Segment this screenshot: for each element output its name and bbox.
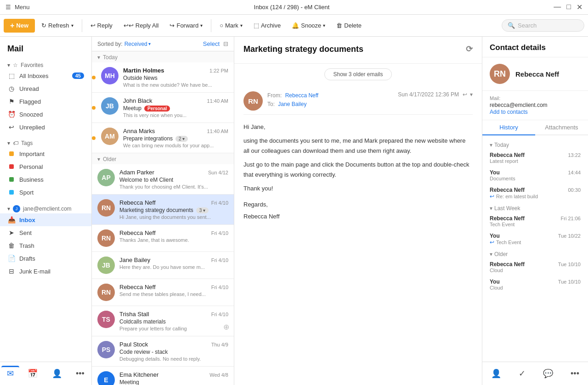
email-meta: Paul Stock Thu 4/9 Code review - stack D… <box>119 341 228 362</box>
history-item[interactable]: You 14:44 Documents <box>482 167 588 184</box>
contact-nav-chat-button[interactable]: 💬 <box>537 366 559 381</box>
nav-mail-button[interactable]: ✉ <box>1 366 19 381</box>
email-item[interactable]: RN Rebecca Neff Fri 4/10 Thanks Jane, th… <box>92 225 234 252</box>
email-sender: Rebecca Neff <box>119 199 156 206</box>
contact-avatar: RN <box>490 64 510 84</box>
reply-all-button[interactable]: ↩↩ Reply All <box>119 19 164 32</box>
tab-history[interactable]: History <box>482 120 535 135</box>
avatar: RN <box>97 284 115 301</box>
more-message-icon[interactable]: ▾ <box>470 91 473 98</box>
to-email-link[interactable]: Jane Bailey <box>278 101 306 107</box>
email-item[interactable]: E Ema Kitchener Wed 4/8 Meeting Thank yo… <box>92 367 234 385</box>
nav-contacts-button[interactable]: 👤 <box>46 366 68 381</box>
tags-header[interactable]: ▾ 🏷 Tags <box>0 137 91 147</box>
history-item[interactable]: Rebecca Neff Fri 21:06 Tech Event <box>482 212 588 230</box>
sidebar-item-unread[interactable]: ◷ Unread <box>0 82 91 95</box>
reply-message-icon[interactable]: ↩ <box>463 91 467 98</box>
sidebar-item-unreplied[interactable]: ↩ Unreplied <box>0 121 91 134</box>
email-item[interactable]: MH Martin Holmes 1:22 PM Outside News Wh… <box>92 62 234 93</box>
maximize-button[interactable]: □ <box>566 3 571 11</box>
unread-dot <box>92 76 96 79</box>
sidebar-item-snoozed[interactable]: ⏰ Snoozed <box>0 108 91 121</box>
add-to-contacts-link[interactable]: Add to contacts <box>490 109 528 115</box>
email-sender: Trisha Stall <box>119 311 149 318</box>
history-time: Fri 21:06 <box>561 216 581 221</box>
show-older-emails-button[interactable]: Show 3 older emails <box>324 68 391 80</box>
email-item[interactable]: RN Rebecca Neff Fri 4/10 Send me these t… <box>92 279 234 306</box>
mark-icon: ○ <box>220 22 223 29</box>
from-email-link[interactable]: Rebecca Neff <box>285 92 319 99</box>
new-button[interactable]: + New <box>4 19 35 33</box>
nav-more-button[interactable]: ••• <box>70 366 90 381</box>
window-title: Inbox (124 / 298) - eM Client <box>254 4 330 11</box>
minimize-button[interactable]: — <box>554 3 561 11</box>
sidebar-item-flagged[interactable]: ⚑ Flagged <box>0 95 91 108</box>
history-item[interactable]: Rebecca Neff 13:22 Latest report <box>482 149 588 167</box>
filter-icon[interactable]: ⊟ <box>223 40 228 47</box>
email-item[interactable]: AP Adam Parker Sun 4/12 Welcome to eM Cl… <box>92 164 234 195</box>
history-item[interactable]: Rebecca Neff 00:30 ↩ Re: em latest build <box>482 184 588 202</box>
history-item[interactable]: You Tue 10/10 Cloud <box>482 276 588 293</box>
sidebar-item-personal[interactable]: Personal <box>0 160 91 173</box>
email-list: Sorted by: Received ▾ Select ⊟ ▾ Today M… <box>92 37 234 385</box>
message-action-icons: ↩ ▾ <box>463 91 473 98</box>
avatar: E <box>97 371 115 385</box>
chevron-down-icon-account: ▾ <box>7 206 10 212</box>
history-item[interactable]: Rebecca Neff Tue 10/10 Cloud <box>482 258 588 276</box>
history-item[interactable]: You Tue 10/22 ↩ Tech Event <box>482 230 588 248</box>
email-item[interactable]: JB John Black 11:40 AM Meetup Personal T… <box>92 93 234 123</box>
contact-email-section: Mail: rebecca@emclient.com Add to contac… <box>482 91 588 120</box>
email-time: Fri 4/10 <box>211 200 228 206</box>
sidebar-item-inbox[interactable]: 📥 Inbox <box>0 213 91 226</box>
message-date: Sun 4/17/2022 12:36 PM ↩ ▾ <box>398 91 473 98</box>
archive-button[interactable]: ⬚ Archive <box>249 19 285 32</box>
sort-field[interactable]: Received ▾ <box>124 41 151 47</box>
count-badge: 2 ▾ <box>175 136 188 142</box>
snoozed-icon: ⏰ <box>7 111 16 118</box>
group-older: ▾ Older <box>92 153 234 164</box>
mark-button[interactable]: ○ Mark ▾ <box>215 19 247 32</box>
sidebar-item-all-inboxes[interactable]: ⬚ All Inboxes 45 <box>0 69 91 82</box>
email-item[interactable]: JB Jane Bailey Fri 4/10 Here they are. D… <box>92 252 234 279</box>
favorites-header[interactable]: ▾ ☆ Favorites <box>0 59 91 69</box>
contact-nav-person-button[interactable]: 👤 <box>486 366 507 381</box>
sidebar-item-trash[interactable]: 🗑 Trash <box>0 239 91 252</box>
forward-button[interactable]: ↪ Forward ▾ <box>165 19 207 32</box>
sidebar-item-sport[interactable]: Sport <box>0 186 91 199</box>
email-meta: Rebecca Neff Fri 4/10 Send me these tabl… <box>119 284 228 301</box>
delete-icon: 🗑 <box>336 22 342 29</box>
refresh-icon: ↻ <box>41 22 46 29</box>
forward-dropdown-icon: ▾ <box>200 23 203 28</box>
menu-label[interactable]: Menu <box>15 4 30 11</box>
email-top: Rebecca Neff Fri 4/10 <box>119 199 228 206</box>
reply-button[interactable]: ↩ Reply <box>86 19 117 32</box>
email-preview: Send me these tables please, I need... <box>119 291 228 297</box>
refresh-button[interactable]: ↻ Refresh ▾ <box>37 19 78 32</box>
delete-button[interactable]: 🗑 Delete <box>332 19 366 32</box>
sidebar-item-sent[interactable]: ➤ Sent <box>0 226 91 239</box>
email-item[interactable]: TS Trisha Stall Fri 4/10 Coldcalls mater… <box>92 306 234 336</box>
tab-attachments[interactable]: Attachments <box>535 120 588 135</box>
sort-label: Sorted by: Received ▾ <box>97 41 151 47</box>
email-item-selected[interactable]: RN Rebecca Neff Fri 4/10 Marketing strat… <box>92 195 234 225</box>
sidebar-item-junk[interactable]: ⊟ Junk E-mail <box>0 265 91 278</box>
sidebar-item-important[interactable]: Important <box>0 147 91 160</box>
sidebar-item-business[interactable]: Business <box>0 173 91 186</box>
search-input[interactable] <box>518 22 582 29</box>
email-item[interactable]: AM Anna Marks 11:40 AM Prepare integrati… <box>92 123 234 153</box>
email-item[interactable]: PS Paul Stock Thu 4/9 Code review - stac… <box>92 336 234 367</box>
history-subject: Cloud <box>490 285 581 290</box>
drafts-icon: 📄 <box>7 255 16 262</box>
snooze-button[interactable]: 🔔 Snooze ▾ <box>287 19 330 32</box>
sidebar-item-drafts[interactable]: 📄 Drafts <box>0 252 91 265</box>
nav-calendar-button[interactable]: 📅 <box>22 366 43 381</box>
select-link[interactable]: Select <box>203 40 220 47</box>
contact-nav-check-button[interactable]: ✓ <box>513 366 531 381</box>
group-today: ▾ Today <box>92 51 234 62</box>
contact-nav-more-button[interactable]: ••• <box>565 366 585 381</box>
account-header[interactable]: ▾ J jane@emclient.com <box>0 202 91 213</box>
reply-all-icon: ↩↩ <box>124 22 134 29</box>
close-button[interactable]: ✕ <box>577 3 582 11</box>
search-box[interactable]: 🔍 <box>502 19 584 32</box>
print-icon[interactable]: ⟳ <box>466 44 473 54</box>
